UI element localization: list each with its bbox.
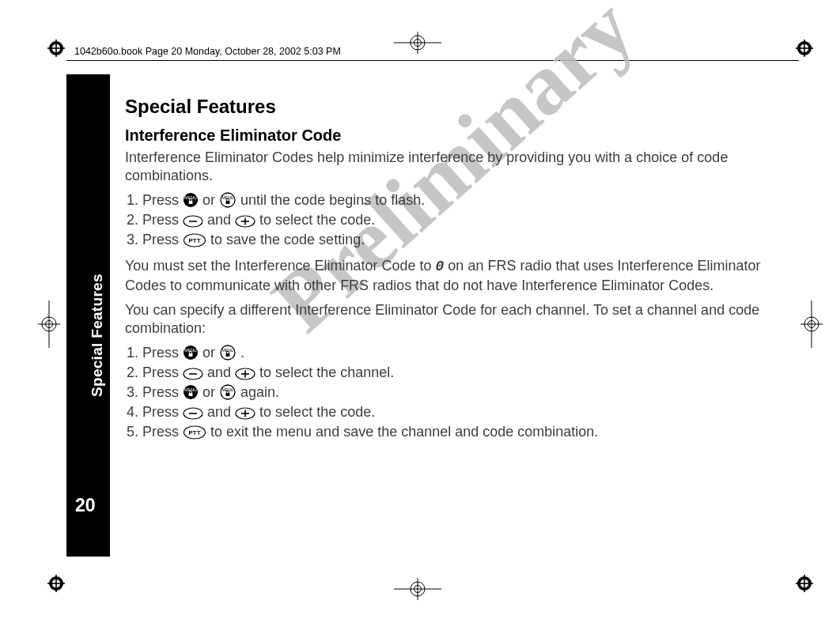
plus-oval-icon bbox=[235, 368, 255, 380]
reg-mark-bottom-left bbox=[47, 575, 65, 592]
svg-rect-61 bbox=[226, 393, 230, 396]
steps-list-1: Press MENU or MENU until the code begins… bbox=[125, 191, 785, 249]
plus-oval-icon bbox=[235, 407, 255, 420]
svg-text:MENU: MENU bbox=[222, 348, 234, 353]
svg-rect-37 bbox=[226, 201, 230, 204]
page-frame: 1042b60o.book Page 20 Monday, October 28… bbox=[0, 0, 840, 638]
book-header-line: 1042b60o.book Page 20 Monday, October 28… bbox=[74, 46, 341, 57]
steps-list-2: Press MENU or MENU . Press and to select… bbox=[125, 344, 785, 441]
reg-mark-top-left bbox=[47, 40, 65, 57]
svg-text:MENU: MENU bbox=[184, 195, 197, 200]
svg-rect-3 bbox=[55, 40, 57, 57]
svg-text:PTT: PTT bbox=[188, 237, 200, 244]
content-area: Special Features Interference Eliminator… bbox=[125, 95, 785, 449]
step-2-1: Press MENU or MENU . bbox=[142, 344, 785, 362]
svg-rect-50 bbox=[226, 353, 230, 357]
step-2-2: Press and to select the channel. bbox=[142, 364, 785, 382]
menu-lock-outline-icon: MENU bbox=[219, 345, 236, 361]
svg-text:MENU: MENU bbox=[184, 387, 197, 392]
svg-text:MENU: MENU bbox=[222, 387, 234, 392]
step-1-3: Press PTT to save the code setting. bbox=[142, 231, 785, 249]
svg-rect-47 bbox=[189, 353, 193, 357]
menu-lock-solid-icon: MENU bbox=[183, 345, 199, 361]
svg-text:PTT: PTT bbox=[188, 429, 200, 436]
intro-paragraph: Interference Eliminator Codes help minim… bbox=[125, 149, 785, 185]
minus-oval-icon bbox=[183, 407, 203, 420]
menu-lock-solid-icon: MENU bbox=[183, 192, 199, 208]
minus-oval-icon bbox=[183, 368, 203, 380]
menu-lock-solid-icon: MENU bbox=[183, 384, 199, 400]
ptt-oval-icon: PTT bbox=[183, 425, 206, 440]
svg-rect-15 bbox=[804, 575, 805, 592]
book-header-rule bbox=[66, 60, 799, 61]
step-2-3: Press MENU or MENU again. bbox=[142, 383, 785, 402]
menu-lock-outline-icon: MENU bbox=[219, 384, 236, 400]
section-heading: Special Features bbox=[125, 95, 785, 119]
crop-cross-top bbox=[394, 32, 441, 54]
page-number: 20 bbox=[75, 495, 96, 516]
menu-lock-outline-icon: MENU bbox=[219, 192, 236, 208]
crop-cross-bottom bbox=[394, 578, 441, 600]
svg-rect-7 bbox=[804, 40, 805, 57]
minus-oval-icon bbox=[183, 215, 203, 228]
reg-mark-bottom-right bbox=[796, 575, 813, 592]
svg-text:MENU: MENU bbox=[222, 195, 234, 200]
step-2-5: Press PTT to exit the menu and save the … bbox=[142, 423, 785, 441]
crop-cross-right bbox=[800, 300, 823, 348]
step-1-1: Press MENU or MENU until the code begins… bbox=[142, 191, 785, 210]
plus-oval-icon bbox=[235, 215, 255, 228]
step-2-4: Press and to select the code. bbox=[142, 403, 785, 421]
paragraph-channel-code: You can specify a different Interference… bbox=[125, 301, 785, 338]
svg-text:MENU: MENU bbox=[184, 348, 197, 353]
side-tab-label: Special Features bbox=[89, 274, 106, 397]
ptt-oval-icon: PTT bbox=[183, 233, 206, 247]
paragraph-frs-note: You must set the Interference Eliminator… bbox=[125, 257, 785, 294]
subsection-heading: Interference Eliminator Code bbox=[125, 126, 785, 146]
svg-rect-11 bbox=[55, 575, 57, 592]
reg-mark-top-right bbox=[796, 40, 813, 57]
crop-cross-left bbox=[38, 300, 60, 348]
svg-rect-58 bbox=[189, 393, 193, 396]
step-1-2: Press and to select the code. bbox=[142, 211, 785, 229]
zero-glyph: 0 bbox=[436, 259, 445, 274]
svg-rect-34 bbox=[189, 201, 193, 204]
